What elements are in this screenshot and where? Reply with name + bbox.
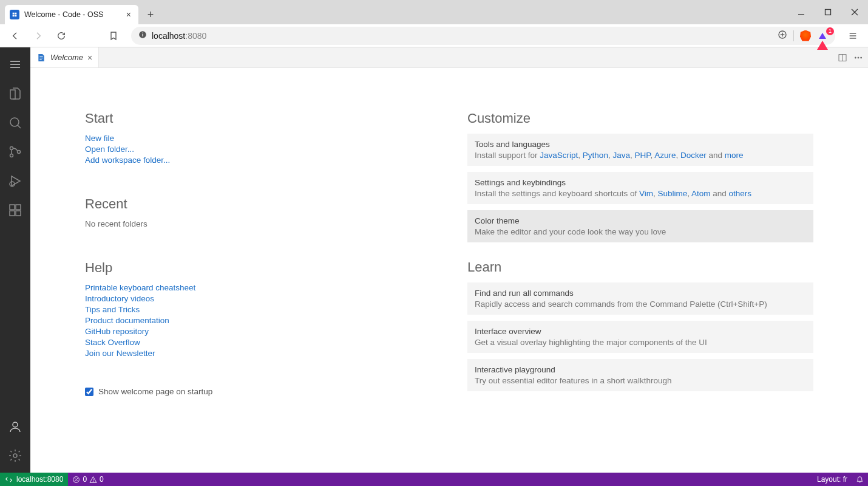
customize-keybindings-card[interactable]: Settings and keybindings Install the set… — [467, 172, 813, 204]
card-title: Tools and languages — [475, 140, 806, 149]
card-desc: Make the editor and your code look the w… — [475, 227, 806, 236]
show-welcome-checkbox[interactable] — [85, 388, 93, 396]
learn-heading: Learn — [467, 259, 813, 275]
svg-rect-31 — [39, 59, 41, 60]
add-workspace-link[interactable]: Add workspace folder... — [85, 156, 431, 165]
lang-more-link[interactable]: more — [725, 151, 744, 160]
customize-tools-card[interactable]: Tools and languages Install support for … — [467, 134, 813, 166]
editor-more-icon[interactable] — [853, 53, 863, 63]
accounts-icon[interactable] — [0, 412, 30, 441]
remote-host-button[interactable]: localhost:8080 — [0, 473, 68, 486]
card-title: Color theme — [475, 216, 806, 225]
svg-rect-26 — [16, 205, 21, 210]
problems-button[interactable]: 0 0 — [68, 473, 107, 486]
bookmark-button[interactable] — [104, 27, 123, 45]
lang-php-link[interactable]: PHP — [634, 151, 650, 160]
nav-back-button[interactable] — [6, 27, 24, 45]
svg-point-28 — [13, 454, 17, 457]
window-minimize-button[interactable] — [788, 0, 815, 24]
toolbar-divider — [793, 30, 794, 41]
url-text: localhost:8080 — [152, 31, 206, 41]
lang-docker-link[interactable]: Docker — [680, 151, 707, 160]
reload-button[interactable] — [52, 27, 70, 45]
keymap-atom-link[interactable]: Atom — [691, 189, 711, 198]
svg-point-16 — [10, 118, 19, 126]
browser-tab-title: Welcome - Code - OSS — [24, 10, 120, 19]
svg-point-34 — [855, 57, 856, 58]
split-editor-icon[interactable] — [838, 53, 847, 63]
brave-shields-icon[interactable] — [800, 30, 811, 41]
card-title: Settings and keybindings — [475, 178, 806, 187]
run-debug-icon[interactable] — [0, 166, 30, 196]
svg-marker-21 — [12, 176, 20, 186]
lang-python-link[interactable]: Python — [583, 151, 608, 160]
customize-heading: Customize — [467, 111, 813, 126]
help-stackoverflow-link[interactable]: Stack Overflow — [85, 338, 431, 347]
editor-tab-close-icon[interactable]: × — [87, 53, 92, 63]
status-bar: localhost:8080 0 0 Layout: fr — [0, 473, 868, 486]
svg-rect-30 — [39, 58, 42, 58]
window-close-button[interactable] — [841, 0, 868, 24]
menu-button[interactable] — [0, 50, 30, 79]
svg-rect-24 — [10, 211, 15, 216]
layout-indicator[interactable]: Layout: fr — [813, 475, 852, 484]
svg-rect-6 — [142, 33, 143, 33]
svg-line-17 — [18, 125, 21, 128]
brave-rewards-icon[interactable]: 1 — [817, 31, 828, 41]
card-desc: Install support for JavaScript, Python, … — [475, 151, 806, 160]
customize-theme-card[interactable]: Color theme Make the editor and your cod… — [467, 210, 813, 242]
card-desc: Try out essential editor features in a s… — [475, 376, 806, 385]
browser-menu-button[interactable] — [844, 31, 862, 41]
settings-gear-icon[interactable] — [0, 441, 30, 470]
help-github-link[interactable]: GitHub repository — [85, 327, 431, 336]
keymap-sublime-link[interactable]: Sublime — [657, 189, 687, 198]
help-cheatsheet-link[interactable]: Printable keyboard cheatsheet — [85, 283, 431, 292]
card-title: Interface overview — [475, 327, 806, 336]
help-heading: Help — [85, 260, 431, 276]
lang-azure-link[interactable]: Azure — [654, 151, 676, 160]
help-docs-link[interactable]: Product documentation — [85, 316, 431, 325]
svg-point-36 — [861, 57, 862, 58]
browser-tab-close-icon[interactable]: × — [125, 10, 132, 19]
open-folder-link[interactable]: Open folder... — [85, 145, 431, 154]
keymap-others-link[interactable]: others — [729, 189, 752, 198]
notifications-icon[interactable] — [852, 475, 868, 483]
card-desc: Get a visual overlay highlighting the ma… — [475, 338, 806, 347]
source-control-icon[interactable] — [0, 137, 30, 166]
browser-tab[interactable]: Welcome - Code - OSS × — [5, 5, 138, 24]
editor-tab-label: Welcome — [50, 53, 83, 62]
lang-js-link[interactable]: JavaScript — [540, 151, 578, 160]
editor-tabbar: Welcome × — [30, 47, 868, 68]
help-tips-link[interactable]: Tips and Tricks — [85, 305, 431, 314]
learn-playground-card[interactable]: Interactive playground Try out essential… — [467, 359, 813, 391]
address-bar[interactable]: localhost:8080 1 — [131, 27, 835, 45]
svg-point-27 — [13, 422, 18, 427]
svg-rect-25 — [16, 211, 21, 216]
search-icon[interactable] — [0, 108, 30, 137]
welcome-page: Start New file Open folder... Add worksp… — [30, 68, 868, 473]
new-tab-button[interactable]: + — [142, 6, 159, 23]
help-videos-link[interactable]: Introductory videos — [85, 294, 431, 303]
svg-point-18 — [10, 147, 13, 150]
svg-rect-5 — [142, 34, 143, 36]
error-count: 0 — [83, 475, 87, 484]
learn-overview-card[interactable]: Interface overview Get a visual overlay … — [467, 321, 813, 353]
help-newsletter-link[interactable]: Join our Newsletter — [85, 349, 431, 358]
site-info-icon[interactable] — [138, 30, 147, 41]
lang-java-link[interactable]: Java — [612, 151, 630, 160]
card-title: Find and run all commands — [475, 289, 806, 298]
svg-rect-23 — [10, 205, 15, 210]
add-bookmark-icon[interactable] — [778, 30, 787, 41]
nav-forward-button[interactable] — [29, 27, 47, 45]
recent-heading: Recent — [85, 196, 431, 212]
window-maximize-button[interactable] — [815, 0, 841, 24]
editor-tab-welcome[interactable]: Welcome × — [30, 47, 99, 67]
new-file-link[interactable]: New file — [85, 134, 431, 143]
url-port: :8080 — [185, 31, 206, 41]
start-heading: Start — [85, 111, 431, 126]
learn-commands-card[interactable]: Find and run all commands Rapidly access… — [467, 282, 813, 315]
keymap-vim-link[interactable]: Vim — [639, 189, 653, 198]
card-desc: Install the settings and keyboard shortc… — [475, 189, 806, 198]
extensions-icon[interactable] — [0, 196, 30, 225]
explorer-icon[interactable] — [0, 79, 30, 108]
